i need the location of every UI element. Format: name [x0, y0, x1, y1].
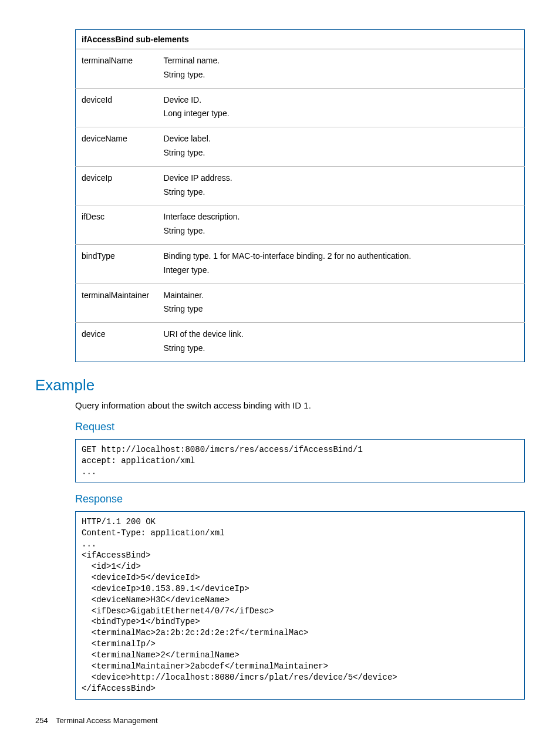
table-row: ifDescInterface description.String type. [76, 205, 525, 245]
example-intro: Query information about the switch acces… [75, 400, 525, 410]
element-name: ifDesc [76, 205, 158, 245]
page-footer: 254 Terminal Access Management [35, 716, 158, 725]
table-row: deviceURI of the device link.String type… [76, 323, 525, 362]
element-description: Maintainer.String type [158, 283, 525, 323]
table-row: terminalMaintainerMaintainer.String type [76, 283, 525, 323]
page-number: 254 [35, 716, 48, 725]
table-row: terminalNameTerminal name.String type. [76, 49, 525, 89]
element-name: terminalName [76, 49, 158, 89]
element-name: deviceId [76, 88, 158, 127]
request-heading: Request [75, 421, 525, 433]
table-row: deviceNameDevice label.String type. [76, 127, 525, 167]
element-name: deviceIp [76, 166, 158, 205]
table-header: ifAccessBind sub-elements [76, 30, 525, 49]
sub-elements-table: ifAccessBind sub-elements terminalNameTe… [75, 29, 525, 362]
element-name: terminalMaintainer [76, 283, 158, 323]
example-heading: Example [35, 376, 525, 394]
element-description: Device label.String type. [158, 127, 525, 167]
response-code-block: HTTP/1.1 200 OK Content-Type: applicatio… [75, 511, 525, 699]
element-description: Interface description.String type. [158, 205, 525, 245]
request-code-block: GET http://localhost:8080/imcrs/res/acce… [75, 439, 525, 483]
element-name: bindType [76, 244, 158, 283]
table-row: deviceIpDevice IP address.String type. [76, 166, 525, 205]
element-description: Device IP address.String type. [158, 166, 525, 205]
response-heading: Response [75, 493, 525, 505]
table-row: deviceIdDevice ID.Long integer type. [76, 88, 525, 127]
element-name: deviceName [76, 127, 158, 167]
footer-title: Terminal Access Management [56, 716, 157, 725]
element-description: URI of the device link.String type. [158, 323, 525, 362]
table-row: bindTypeBinding type. 1 for MAC-to-inter… [76, 244, 525, 283]
element-description: Terminal name.String type. [158, 49, 525, 89]
element-name: device [76, 323, 158, 362]
element-description: Device ID.Long integer type. [158, 88, 525, 127]
element-description: Binding type. 1 for MAC-to-interface bin… [158, 244, 525, 283]
